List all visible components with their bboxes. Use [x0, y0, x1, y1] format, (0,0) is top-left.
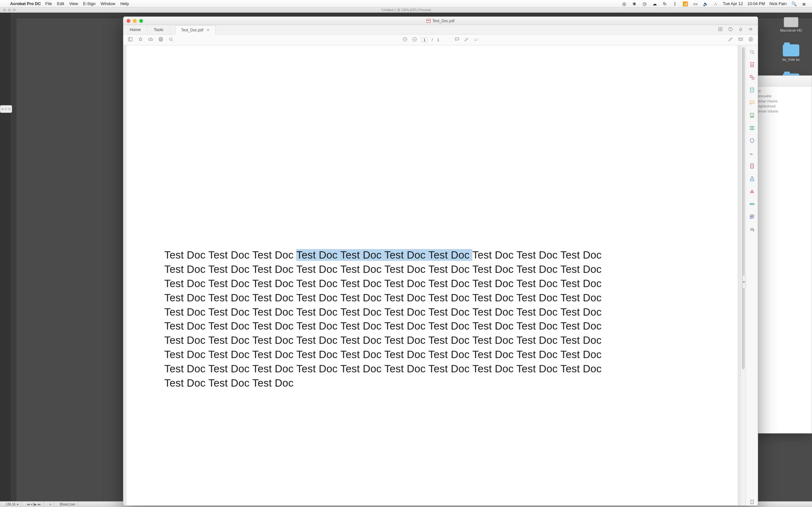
desktop-macintosh-hd[interactable]: Macintosh HD	[780, 17, 802, 32]
page-scroll-area[interactable]: Test Doc Test Doc Test Doc Test Doc Test…	[123, 45, 741, 505]
page-total: 1	[437, 38, 439, 42]
rail-edit-pdf-icon[interactable]	[749, 87, 756, 94]
svg-rect-14	[739, 38, 743, 41]
sign-icon[interactable]	[473, 37, 478, 43]
menubar-wifi-icon[interactable]: 📶	[682, 1, 688, 6]
rail-search-icon[interactable]	[749, 49, 756, 55]
menubar-clock-icon[interactable]: ↻	[662, 1, 668, 6]
illustrator-artboard-nav[interactable]: ⏮ ◀ 1 ▶ ⏭	[24, 502, 44, 507]
menubar-bluetooth-icon[interactable]: ᛒ	[672, 1, 678, 6]
megaphone-icon[interactable]	[748, 26, 753, 33]
tab-home[interactable]: Home	[123, 25, 148, 34]
svg-rect-28	[751, 192, 753, 193]
rail-organize-icon[interactable]	[749, 124, 756, 131]
pdf-page[interactable]: Test Doc Test Doc Test Doc Test Doc Test…	[126, 45, 738, 505]
scan-icon[interactable]	[718, 26, 723, 33]
fullscreen-button[interactable]	[139, 19, 143, 23]
rail-measure-icon[interactable]	[749, 201, 756, 208]
acrobat-traffic-lights[interactable]	[126, 19, 143, 23]
sidebar-toggle-icon[interactable]	[128, 37, 133, 43]
rail-export-icon[interactable]	[749, 112, 756, 119]
menubar-list-icon[interactable]: ≣	[801, 1, 807, 6]
minimize-button[interactable]	[133, 19, 137, 23]
pdf-text-line[interactable]: Test Doc Test Doc Test Doc Test Doc Test…	[164, 305, 700, 320]
svg-rect-20	[750, 75, 752, 77]
svg-point-33	[753, 230, 754, 231]
search-icon[interactable]	[168, 37, 173, 43]
pdf-text-line[interactable]: Test Doc Test Doc Test Doc Test Doc Test…	[164, 348, 700, 362]
email-icon[interactable]	[738, 37, 743, 43]
help-icon[interactable]	[728, 26, 733, 33]
close-tab-icon[interactable]: ✕	[206, 28, 210, 32]
menubar-volume-icon[interactable]: 🔈	[703, 1, 708, 6]
rail-comment-tool-icon[interactable]	[749, 99, 756, 106]
finder-sidebar-item[interactable]: emote Volume	[757, 109, 810, 113]
page-number-input[interactable]	[421, 38, 427, 43]
illustrator-nav-icon[interactable]: ⌖	[47, 502, 54, 507]
menubar-extra-icon-2[interactable]: ❀	[631, 1, 637, 6]
rail-more-tools-icon[interactable]	[749, 213, 756, 220]
pdf-text-line[interactable]: Test Doc Test Doc Test Doc Test Doc Test…	[164, 291, 700, 305]
svg-point-17	[750, 50, 753, 53]
pdf-text-line[interactable]: Test Doc Test Doc Test Doc Test Doc Test…	[164, 362, 700, 376]
selected-text: Test Doc	[385, 249, 428, 261]
finder-window-background[interactable]: rd emovable tartup Volume eighborhood em…	[755, 75, 812, 434]
pdf-text-line[interactable]: Test Doc Test Doc Test Doc Test Doc Test…	[164, 277, 700, 291]
menu-esign[interactable]: E-Sign	[83, 1, 96, 6]
menubar-date[interactable]: Tue Apr 12	[723, 1, 743, 6]
illustrator-tool-panel[interactable]	[0, 13, 11, 501]
notifications-icon[interactable]	[738, 26, 743, 33]
rail-combine-icon[interactable]	[749, 74, 756, 81]
account-icon[interactable]	[748, 37, 753, 43]
rail-protect-icon[interactable]	[749, 137, 756, 144]
rail-share-icon[interactable]	[749, 175, 756, 182]
menubar-time[interactable]: 10:04 PM	[747, 1, 765, 6]
spotlight-icon[interactable]: 🔍	[791, 1, 797, 6]
menu-edit[interactable]: Edit	[57, 1, 64, 6]
document-tab[interactable]: Test_Doc.pdf ✕	[175, 25, 216, 35]
edit-draw-icon[interactable]	[728, 37, 733, 43]
menubar-extra-icon-1[interactable]: ◎	[621, 1, 627, 6]
menubar-app-name[interactable]: Acrobat Pro DC	[10, 1, 41, 6]
menubar-display-icon[interactable]: ▭	[693, 1, 698, 6]
pdf-text-line[interactable]: Test Doc Test Doc Test Doc	[164, 376, 700, 390]
menu-help[interactable]: Help	[120, 1, 129, 6]
upload-cloud-icon[interactable]	[148, 37, 153, 43]
acrobat-content-area: Test Doc Test Doc Test Doc Test Doc Test…	[123, 45, 758, 505]
pdf-text-line[interactable]: Test Doc Test Doc Test Doc Test Doc Test…	[164, 319, 700, 333]
menu-file[interactable]: File	[45, 1, 52, 6]
menu-window[interactable]: Window	[101, 1, 115, 6]
rail-fill-sign-icon[interactable]	[749, 150, 756, 157]
finder-sidebar-item[interactable]: rd	[757, 89, 810, 93]
tab-tools[interactable]: Tools	[148, 25, 170, 34]
star-icon[interactable]	[138, 37, 143, 43]
rail-create-pdf-icon[interactable]	[749, 61, 756, 68]
pdf-text-line[interactable]: Test Doc Test Doc Test Doc Test Doc Test…	[164, 262, 700, 277]
close-button[interactable]	[126, 19, 131, 23]
rail-compress-icon[interactable]	[749, 163, 756, 170]
page-up-icon[interactable]	[403, 37, 408, 43]
page-down-icon[interactable]	[412, 37, 417, 43]
desktop-folder[interactable]: ke_Vide bs	[782, 44, 800, 61]
menu-view[interactable]: View	[69, 1, 78, 6]
rail-redact-icon[interactable]	[749, 226, 756, 233]
menubar-extra-icon-3[interactable]: ◷	[642, 1, 647, 6]
print-icon[interactable]	[158, 37, 163, 43]
illustrator-zoom[interactable]: 136.16	[6, 503, 15, 506]
rail-page-display-icon[interactable]	[749, 498, 756, 505]
background-window-traffic-lights[interactable]	[0, 105, 12, 113]
illustrator-traffic-lights[interactable]	[3, 9, 15, 11]
pdf-text-line[interactable]: Test Doc Test Doc Test Doc Test Doc Test…	[164, 248, 700, 262]
finder-sidebar-item[interactable]: eighborhood	[757, 104, 810, 108]
menubar-user[interactable]: Nick Fain	[769, 1, 786, 6]
highlight-icon[interactable]	[464, 37, 469, 43]
pdf-text-line[interactable]: Test Doc Test Doc Test Doc Test Doc Test…	[164, 333, 700, 348]
right-rail-collapse-icon[interactable]: ▶	[743, 275, 746, 288]
menubar-control-center-icon[interactable]: ⛬	[713, 1, 718, 6]
finder-sidebar-item[interactable]: tartup Volume	[757, 99, 810, 103]
menubar-cloud-icon[interactable]: ☁	[652, 1, 658, 6]
comment-icon[interactable]	[455, 37, 460, 43]
acrobat-titlebar[interactable]: Test_Doc.pdf	[123, 17, 758, 25]
finder-sidebar-item[interactable]: emovable	[757, 94, 810, 98]
rail-stamp-icon[interactable]	[749, 188, 756, 195]
